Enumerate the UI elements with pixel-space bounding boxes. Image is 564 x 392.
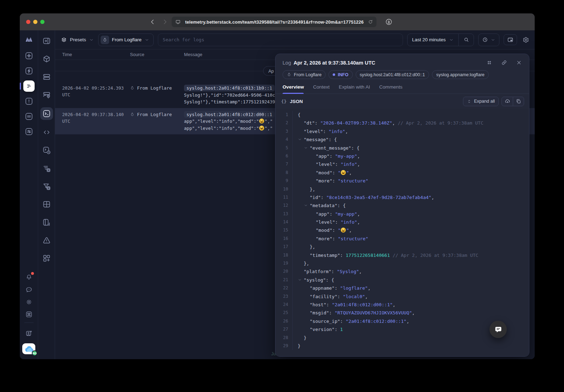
presets-button[interactable]: Presets [61, 37, 94, 43]
server-icon [42, 73, 51, 81]
sidebar-item-apps-plus[interactable] [41, 253, 52, 264]
log-time: 2026-04-02 09:37:38.140 UTC [55, 111, 130, 132]
expand-all-button[interactable]: Expand all [463, 97, 499, 106]
log-source: From Logflare [130, 85, 184, 105]
chevron-down-icon[interactable] [304, 146, 308, 150]
chevron-down-icon[interactable] [304, 203, 308, 207]
chevron-down-icon[interactable] [298, 278, 302, 282]
json-line: 22 "appname": "logflare", [275, 284, 529, 292]
db-square-icon [25, 112, 33, 121]
minimize-window-button[interactable] [33, 20, 37, 24]
main-content: Presets From Logflare Last 20 minutes [55, 30, 535, 359]
sidebar-item-sliders[interactable] [23, 126, 35, 137]
chat-dots-icon [25, 286, 32, 293]
close-window-button[interactable] [26, 20, 30, 24]
sidebar-item-sparkle[interactable] [23, 50, 35, 61]
tab-context[interactable]: Context [313, 84, 330, 94]
chevron-down-icon [144, 37, 149, 42]
downloads-icon[interactable] [385, 18, 393, 26]
sidebar-item-source-pin[interactable] [41, 89, 52, 101]
tab-explain-with-ai[interactable]: Explain with AI [339, 84, 370, 94]
sidebar-item-feedback[interactable] [23, 284, 35, 295]
log-badge[interactable]: INFO [328, 70, 352, 79]
line-number: 25 [275, 309, 288, 317]
cloud-download-icon [505, 98, 510, 104]
tab-overview[interactable]: Overview [283, 84, 304, 94]
line-number: 14 [275, 218, 288, 226]
bolt-square-icon [25, 67, 33, 75]
sidebar-item-notifications[interactable] [23, 272, 35, 283]
tab-comments[interactable]: Comments [379, 84, 403, 94]
log-time: 2026-04-02 09:25:24.393 UTC [55, 85, 130, 105]
address-bar[interactable]: telemetry.betterstack.com/team/t329588/t… [172, 17, 376, 27]
reload-icon[interactable] [368, 19, 373, 24]
close-icon[interactable] [516, 60, 522, 66]
avatar[interactable]: RD [22, 343, 35, 354]
json-line: 24 "host": "2a01:4f8:c012:d00::1", [275, 301, 529, 309]
line-number: 28 [275, 334, 288, 342]
sidebar-item-panel-chart[interactable] [41, 217, 52, 228]
sidebar-item-panel-toggle[interactable] [41, 35, 52, 47]
source-clock-icon [42, 146, 51, 155]
json-line: 7 "level": "info", [275, 160, 529, 168]
log-badge[interactable]: From Logflare [283, 70, 326, 79]
sidebar-item-funnel[interactable] [41, 181, 52, 192]
copy-json-button[interactable] [513, 97, 524, 106]
logflare-icon [287, 72, 291, 77]
sidebar-item-database[interactable] [23, 111, 35, 122]
log-search[interactable] [158, 34, 403, 46]
pip-icon [507, 37, 513, 43]
gear-icon[interactable] [523, 37, 529, 43]
sidebar-item-alert[interactable] [23, 96, 35, 107]
sidebar-secondary [38, 30, 55, 359]
back-icon[interactable] [149, 18, 156, 25]
traffic-lights [26, 20, 44, 24]
copy-link-icon[interactable] [501, 60, 507, 66]
log-badge[interactable]: syslog.host:2a01:4f8:c012:d00::1 [356, 70, 429, 79]
json-line: 4 "message": { [275, 135, 529, 144]
refresh-interval-button[interactable] [478, 34, 499, 46]
sidebar-item-logs[interactable] [23, 80, 35, 92]
source-selector[interactable]: From Logflare [98, 34, 154, 46]
sidebar-item-live-tail[interactable] [40, 107, 53, 120]
panel-label: Log [283, 60, 291, 66]
sidebar-item-grid[interactable] [41, 199, 52, 210]
column-time[interactable]: Time [55, 52, 130, 57]
syslog-host-chip: syslog.host:2a01:4f8:c013:1b9::1 [184, 85, 275, 91]
log-badge[interactable]: syslog.appname:logflare [432, 70, 489, 79]
sidebar-item-sources[interactable] [41, 71, 52, 83]
json-line: 29 } [275, 342, 529, 350]
sidebar-item-cube[interactable] [41, 53, 52, 65]
sidebar-item-code[interactable] [41, 127, 52, 138]
sidebar-item-drilldown[interactable] [41, 163, 52, 174]
sidebar-item-warning[interactable] [41, 235, 52, 246]
chat-widget-button[interactable] [489, 321, 507, 338]
url-text[interactable]: telemetry.betterstack.com/team/t329588/t… [181, 19, 368, 25]
side-panel-toggle-button[interactable] [504, 34, 517, 45]
zoom-window-button[interactable] [40, 20, 44, 24]
json-line: 14 "level": "info", [275, 218, 529, 226]
time-range-button[interactable]: Last 20 minutes [408, 34, 458, 46]
sidebar-item-bolt[interactable] [23, 65, 35, 77]
chevron-down-icon[interactable] [298, 137, 302, 141]
search-input[interactable] [163, 37, 398, 42]
column-source[interactable]: Source [130, 52, 184, 57]
line-number: 17 [275, 243, 288, 251]
search-button[interactable] [459, 34, 474, 46]
download-json-button[interactable] [502, 97, 513, 106]
sidebar-item-betterstack-logo[interactable] [23, 34, 35, 45]
json-line: 19 }, [275, 259, 529, 267]
sidebar-item-invite[interactable] [23, 328, 35, 339]
sidebar-item-source-clock[interactable] [41, 145, 52, 156]
sidebar-item-command-menu[interactable] [23, 309, 35, 320]
line-number: 9 [275, 177, 288, 185]
json-line: 15 "mood": "", [275, 226, 529, 234]
forward-icon[interactable] [161, 18, 168, 25]
json-label: JSON [290, 99, 303, 104]
sidebar-item-theme[interactable] [23, 296, 35, 308]
chevron-down-icon [89, 37, 94, 42]
actions-icon[interactable] [486, 60, 492, 66]
line-number: 13 [275, 210, 288, 218]
search-icon [463, 37, 469, 43]
logflare-icon [130, 112, 135, 117]
